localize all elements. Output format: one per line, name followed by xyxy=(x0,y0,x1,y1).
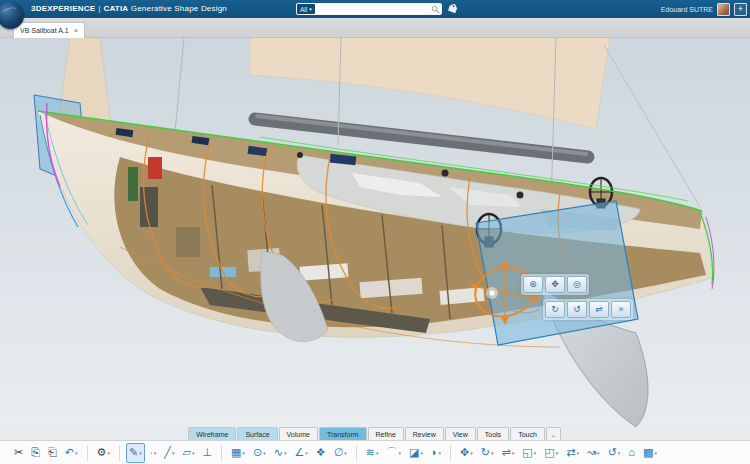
toolbar-divider xyxy=(119,445,120,461)
chevron-down-icon[interactable]: ▾ xyxy=(420,450,423,456)
positioned-sketch-icon[interactable]: ▦▾ xyxy=(228,443,248,463)
search-scope-chip[interactable]: All▾ xyxy=(297,4,315,14)
projection-icon[interactable]: ∅▾ xyxy=(331,443,350,463)
ribbon-tab-view[interactable]: View xyxy=(445,427,476,440)
action-bar: ✂⎘⎗↶▾⚙▾✎▾∙▾╱▾▱▾⊥▦▾⊙▾∿▾∠▾❖∅▾≋▾⌒▾◪▾◗▾✥▾↻▾⇌… xyxy=(0,440,750,464)
manipulator-toolbar-row1: ⊛✥◎ xyxy=(521,274,589,295)
affinity-icon[interactable]: ◰▾ xyxy=(541,443,561,463)
avatar[interactable] xyxy=(717,3,730,16)
extrapolate-icon[interactable]: ↝▾ xyxy=(584,443,603,463)
circle-icon[interactable]: ⊙▾ xyxy=(250,443,269,463)
chevron-down-icon[interactable]: ▾ xyxy=(491,450,494,456)
manipulator-toolbar-row2: ↻↺⇌» xyxy=(543,299,633,320)
brand-name: 3DEXPERIENCE xyxy=(31,4,95,13)
toolbar-divider xyxy=(221,445,222,461)
chevron-down-icon[interactable]: ▾ xyxy=(470,450,473,456)
chevron-down-icon[interactable]: ▾ xyxy=(576,450,579,456)
toolbar-group-clipboard: ✂⎘⎗↶▾ xyxy=(10,443,82,463)
close-icon[interactable]: × xyxy=(74,26,79,35)
ribbon-tab-wireframe[interactable]: Wireframe xyxy=(188,427,236,440)
blend-icon[interactable]: ◗▾ xyxy=(428,443,444,463)
stern-cut-plane[interactable] xyxy=(476,201,638,345)
corner-icon[interactable]: ∠▾ xyxy=(291,443,310,463)
paste-icon[interactable]: ⎗ xyxy=(45,443,60,463)
toolbar-divider xyxy=(87,445,88,461)
sweep-icon[interactable]: ≋▾ xyxy=(363,443,382,463)
more-tools-chevrons[interactable]: » xyxy=(611,301,631,318)
line-icon[interactable]: ╱▾ xyxy=(161,443,177,463)
chevron-down-icon[interactable]: ▾ xyxy=(534,450,537,456)
invert-icon[interactable]: ↺▾ xyxy=(605,443,624,463)
toolbar-divider xyxy=(356,445,357,461)
chevron-down-icon[interactable]: ▾ xyxy=(512,450,515,456)
ribbon-tab-tools[interactable]: Tools xyxy=(477,427,509,440)
chevron-down-icon[interactable]: ▾ xyxy=(242,450,245,456)
copy-icon[interactable]: ⎘ xyxy=(28,443,43,463)
axis-to-axis-icon[interactable]: ⇄▾ xyxy=(563,443,582,463)
chevron-down-icon[interactable]: ▾ xyxy=(556,450,559,456)
manipulator-move-icon[interactable]: ✥ xyxy=(545,276,565,293)
undo-icon[interactable]: ↶▾ xyxy=(62,443,81,463)
chevron-down-icon[interactable]: ▾ xyxy=(618,450,621,456)
sailboat-3d-model[interactable] xyxy=(0,37,750,427)
search-input[interactable] xyxy=(316,4,431,14)
ribbon-tab-transform[interactable]: Transform xyxy=(319,427,367,440)
settings-icon[interactable]: ⚙▾ xyxy=(94,443,113,463)
app-prefix: CATIA xyxy=(103,4,128,13)
ribbon-tab-volume[interactable]: Volume xyxy=(279,427,318,440)
near-icon[interactable]: ⌂ xyxy=(625,443,638,463)
rotate-ccw-icon[interactable]: ↺ xyxy=(567,301,587,318)
ribbon-tab-touch[interactable]: Touch xyxy=(510,427,545,440)
chevron-down-icon[interactable]: ▾ xyxy=(654,450,657,456)
action-bar-tabs: WireframeSurfaceVolumeTransformRefineRev… xyxy=(0,427,750,440)
chevron-down-icon[interactable]: ▾ xyxy=(263,450,266,456)
fill-icon[interactable]: ◪▾ xyxy=(406,443,426,463)
multi-section-surface-icon[interactable]: ⌒▾ xyxy=(384,443,405,463)
document-tab[interactable]: VB Sailboat A.1 × xyxy=(13,22,85,38)
chevron-down-icon[interactable]: ▾ xyxy=(154,450,157,456)
ribbon-tab-review[interactable]: Review xyxy=(405,427,444,440)
sketch-icon[interactable]: ✎▾ xyxy=(126,443,145,463)
translate-icon[interactable]: ✥▾ xyxy=(457,443,476,463)
chevron-down-icon[interactable]: ▾ xyxy=(75,450,78,456)
flip-icon[interactable]: ⇌ xyxy=(589,301,609,318)
rotate-cw-icon[interactable]: ↻ xyxy=(545,301,565,318)
chevron-down-icon[interactable]: ▾ xyxy=(192,450,195,456)
manipulator-robot-icon[interactable]: ⊛ xyxy=(523,276,543,293)
point-icon[interactable]: ∙▾ xyxy=(147,443,160,463)
rotate-icon[interactable]: ↻▾ xyxy=(478,443,497,463)
viewport[interactable]: ⊛✥◎ ↻↺⇌» xyxy=(0,37,750,427)
global-search[interactable]: All▾ xyxy=(296,3,442,15)
scaling-icon[interactable]: ◱▾ xyxy=(519,443,539,463)
chevron-down-icon[interactable]: ▾ xyxy=(376,450,379,456)
chevron-down-icon[interactable]: ▾ xyxy=(284,450,287,456)
user-name[interactable]: Edouard SUTRE xyxy=(661,6,713,13)
toolbar-group-settings: ⚙▾ xyxy=(93,443,114,463)
axis-system-icon[interactable]: ⊥ xyxy=(199,443,215,463)
chevron-down-icon: ▾ xyxy=(309,7,312,12)
tag-icon[interactable] xyxy=(447,4,458,14)
ribbon-tab-surface[interactable]: Surface xyxy=(237,427,277,440)
spline-icon[interactable]: ∿▾ xyxy=(271,443,290,463)
chevron-down-icon[interactable]: ▾ xyxy=(344,450,347,456)
chevron-down-icon[interactable]: ▾ xyxy=(107,450,110,456)
plane-icon[interactable]: ▱▾ xyxy=(179,443,197,463)
ribbon-tab-refine[interactable]: Refine xyxy=(368,427,404,440)
remove-icon[interactable]: ▩▾ xyxy=(640,443,660,463)
chevron-down-icon[interactable]: ▾ xyxy=(305,450,308,456)
chevron-down-icon[interactable]: ▾ xyxy=(172,450,175,456)
toolbar-group-transform: ✥▾↻▾⇌▾◱▾◰▾⇄▾↝▾↺▾⌂▩▾ xyxy=(456,443,661,463)
ribbon-overflow-chevron[interactable]: ⌄ xyxy=(546,427,561,440)
search-icon[interactable] xyxy=(431,5,440,14)
chevron-down-icon[interactable]: ▾ xyxy=(597,450,600,456)
add-button[interactable]: + xyxy=(734,3,747,16)
symmetry-icon[interactable]: ⇌▾ xyxy=(499,443,518,463)
document-tab-bar: VB Sailboat A.1 × xyxy=(0,18,750,38)
cut-icon[interactable]: ✂ xyxy=(11,443,26,463)
chevron-down-icon[interactable]: ▾ xyxy=(439,450,442,456)
chevron-down-icon[interactable]: ▾ xyxy=(399,450,402,456)
chevron-down-icon[interactable]: ▾ xyxy=(139,450,142,456)
manipulator-snap-icon[interactable]: ◎ xyxy=(567,276,587,293)
toolbar-divider xyxy=(450,445,451,461)
connect-curve-icon[interactable]: ❖ xyxy=(313,443,329,463)
